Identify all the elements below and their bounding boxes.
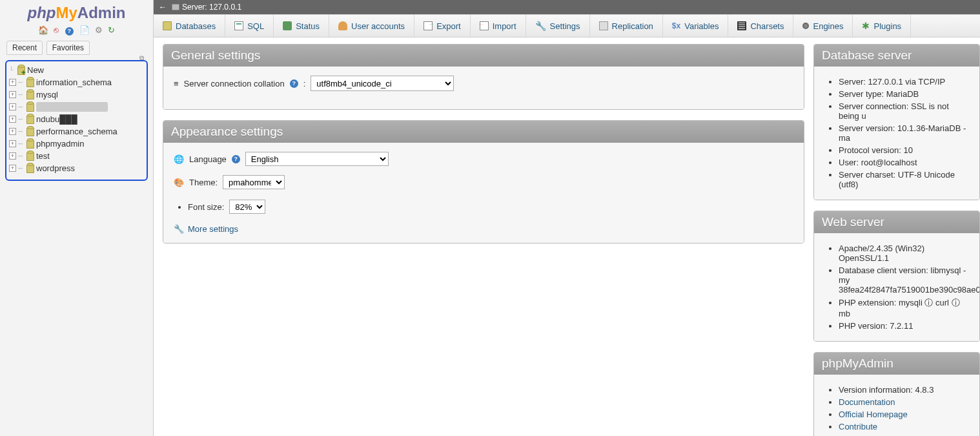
- nav-settings[interactable]: 🔧Settings: [526, 15, 590, 37]
- info-item: Protocol version: 10: [839, 144, 969, 156]
- pma-link[interactable]: Documentation: [839, 397, 895, 407]
- nav-settings-icon[interactable]: ⚙: [95, 25, 103, 35]
- db-name: mysql: [36, 90, 58, 99]
- tab-recent[interactable]: Recent: [6, 41, 43, 55]
- sql-docs-icon[interactable]: 📄: [79, 25, 90, 35]
- logout-icon[interactable]: ⎋: [54, 25, 59, 35]
- database-icon: [26, 164, 34, 173]
- expand-icon[interactable]: +: [9, 116, 16, 123]
- web-server-heading: Web server: [814, 211, 979, 233]
- breadcrumb-server[interactable]: Server: 127.0.0.1: [182, 3, 241, 12]
- pma-link-item: Get support: [839, 433, 969, 436]
- nav-back-icon[interactable]: ←: [159, 3, 167, 12]
- nav-replication[interactable]: Replication: [590, 15, 663, 37]
- server-icon: [172, 4, 179, 10]
- pma-link-item: Documentation: [839, 396, 969, 408]
- collation-icon: ≡: [174, 79, 179, 88]
- db-name: ndubu███: [36, 114, 77, 124]
- pma-link[interactable]: Contribute: [839, 422, 877, 431]
- theme-select[interactable]: pmahomme: [223, 175, 285, 189]
- colon: :: [303, 79, 306, 88]
- expand-icon[interactable]: +: [9, 79, 16, 86]
- engines-icon: [802, 23, 809, 29]
- database-icon: [26, 90, 34, 99]
- language-label: Language: [189, 154, 227, 164]
- nav-variables[interactable]: $xVariables: [663, 15, 729, 37]
- theme-icon: 🎨: [174, 178, 184, 187]
- tree-branch: ─: [18, 140, 25, 147]
- reload-icon[interactable]: ↻: [108, 25, 115, 35]
- expand-icon[interactable]: +: [9, 140, 16, 147]
- db-item[interactable]: +─information_schema: [8, 76, 145, 88]
- db-item[interactable]: +─mysql: [8, 88, 145, 101]
- main-area: ← Server: 127.0.0.1 Databases SQL Status…: [154, 0, 980, 436]
- logo-admin: Admin: [77, 4, 126, 21]
- variables-icon: $x: [672, 21, 680, 30]
- info-item: Server type: MariaDB: [839, 88, 969, 100]
- expand-icon[interactable]: +: [9, 128, 16, 135]
- db-name: wordpress: [36, 163, 75, 173]
- nav-import[interactable]: Import: [471, 15, 526, 37]
- tree-branch: ─: [18, 103, 25, 110]
- db-item[interactable]: +─test: [8, 150, 145, 162]
- phpmyadmin-panel: phpMyAdmin Version information: 4.8.3Doc…: [813, 352, 980, 436]
- db-new[interactable]: └New: [8, 64, 145, 76]
- language-select[interactable]: English: [245, 152, 389, 166]
- db-name: performance_schema: [36, 127, 117, 136]
- more-settings-link[interactable]: 🔧 More settings: [174, 224, 793, 234]
- new-db-icon: [17, 66, 25, 75]
- tree-branch: ─: [18, 116, 25, 123]
- top-nav: Databases SQL Status User accounts Expor…: [154, 14, 980, 37]
- nav-status[interactable]: Status: [274, 15, 329, 37]
- navigation-panel: phpMyAdmin 🏠 ⎋ ? 📄 ⚙ ↻ Recent Favorites …: [0, 0, 154, 436]
- db-name: information_schema: [36, 78, 112, 87]
- nav-user-accounts[interactable]: User accounts: [329, 15, 414, 37]
- pma-link[interactable]: Official Homepage: [839, 410, 908, 419]
- nav-sql[interactable]: SQL: [225, 15, 274, 37]
- version-info: Version information: 4.8.3: [839, 384, 969, 396]
- db-item[interactable]: +─████████████: [8, 101, 145, 113]
- database-server-heading: Database server: [814, 45, 979, 67]
- db-name: test: [36, 151, 50, 161]
- db-item[interactable]: +─performance_schema: [8, 125, 145, 138]
- expand-icon[interactable]: +: [9, 165, 16, 172]
- font-size-label: Font size:: [188, 202, 224, 212]
- db-item[interactable]: +─ndubu███: [8, 113, 145, 125]
- database-icon: [26, 103, 34, 112]
- logo[interactable]: phpMyAdmin: [0, 0, 153, 23]
- charsets-icon: [737, 21, 746, 30]
- help-icon[interactable]: ?: [232, 155, 240, 163]
- info-item: Server version: 10.1.36-MariaDB - ma: [839, 122, 969, 144]
- link-icon[interactable]: ⧉: [139, 54, 144, 62]
- nav-engines[interactable]: Engines: [793, 15, 853, 37]
- import-icon: [480, 21, 489, 30]
- tree-branch: ─: [18, 79, 25, 86]
- nav-databases[interactable]: Databases: [154, 15, 225, 37]
- replication-icon: [599, 21, 608, 30]
- db-item[interactable]: +─wordpress: [8, 162, 145, 174]
- db-item[interactable]: +─phpmyadmin: [8, 138, 145, 150]
- sidebar-tabs: Recent Favorites: [0, 39, 153, 56]
- tree-branch: ─: [18, 128, 25, 135]
- database-icon: [163, 21, 172, 30]
- font-size-select[interactable]: 82%: [229, 200, 265, 214]
- db-name: New: [27, 65, 44, 75]
- nav-export[interactable]: Export: [414, 15, 471, 37]
- nav-charsets[interactable]: Charsets: [728, 15, 793, 37]
- home-icon[interactable]: 🏠: [38, 25, 48, 35]
- expand-icon[interactable]: +: [9, 103, 16, 110]
- database-icon: [26, 115, 34, 124]
- info-item: Server: 127.0.0.1 via TCP/IP: [839, 76, 969, 88]
- docs-icon[interactable]: ?: [64, 25, 75, 36]
- tree-branch: ─: [18, 152, 25, 160]
- theme-label: Theme:: [189, 178, 218, 187]
- expand-icon[interactable]: +: [9, 152, 16, 160]
- logo-php: php: [28, 4, 56, 21]
- collation-select[interactable]: utf8mb4_unicode_ci: [311, 76, 454, 91]
- tab-favorites[interactable]: Favorites: [46, 41, 90, 55]
- help-icon[interactable]: ?: [290, 79, 298, 88]
- tree-branch: ─: [18, 91, 25, 98]
- nav-plugins[interactable]: ✱Plugins: [853, 15, 911, 37]
- database-server-panel: Database server Server: 127.0.0.1 via TC…: [813, 44, 980, 200]
- expand-icon[interactable]: +: [9, 91, 16, 98]
